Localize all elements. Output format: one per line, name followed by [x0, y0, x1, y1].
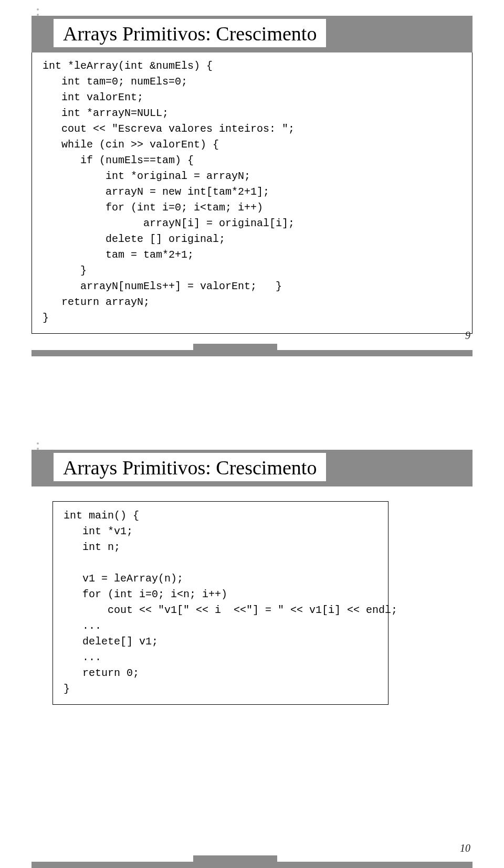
- slide-1: Arrays Primitivos: Crescimento int *leAr…: [0, 0, 504, 434]
- title-bar-wrap: Arrays Primitivos: Crescimento: [32, 16, 472, 52]
- code-block: int main() { int *v1; int n; v1 = leArra…: [52, 501, 388, 705]
- title-bar: Arrays Primitivos: Crescimento: [32, 16, 472, 52]
- dot-icon: [37, 442, 39, 444]
- footer-bar: [32, 862, 472, 868]
- page-number: 10: [460, 842, 470, 854]
- slide-2: Arrays Primitivos: Crescimento int main(…: [0, 434, 504, 868]
- title-bar: Arrays Primitivos: Crescimento: [32, 450, 472, 486]
- footer-bar: [32, 350, 472, 356]
- dot-icon: [37, 8, 39, 10]
- title-bar-wrap: Arrays Primitivos: Crescimento: [32, 450, 472, 486]
- slide-title: Arrays Primitivos: Crescimento: [54, 453, 326, 481]
- code-block: int *leArray(int &numEls) { int tam=0; n…: [32, 51, 472, 334]
- page-number: 9: [465, 330, 470, 342]
- slide-title: Arrays Primitivos: Crescimento: [54, 19, 326, 47]
- decoration-dots-vertical: [37, 8, 39, 16]
- decoration-dots-vertical: [37, 442, 39, 450]
